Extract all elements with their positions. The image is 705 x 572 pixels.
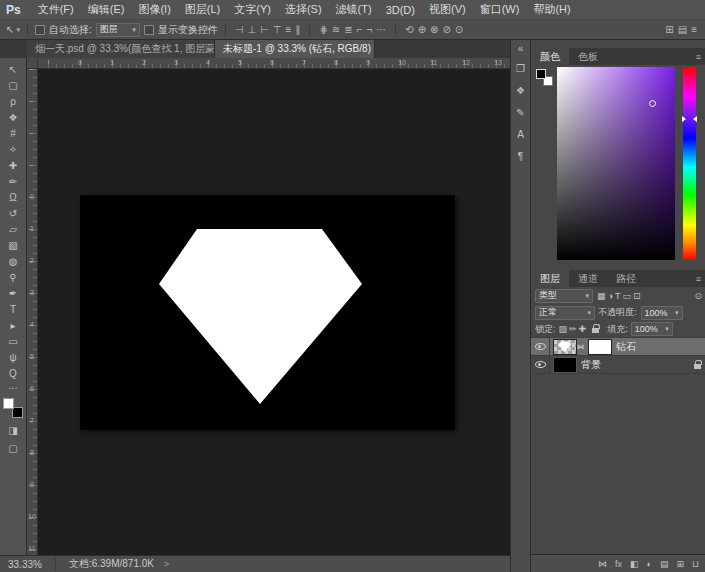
distribute-icon[interactable]: ⋯ bbox=[374, 24, 388, 35]
tool-button[interactable]: ✒ bbox=[0, 285, 26, 301]
dock-panel-icon[interactable]: A bbox=[517, 129, 524, 140]
tool-button[interactable]: ▭ bbox=[0, 333, 26, 349]
visibility-toggle[interactable] bbox=[531, 338, 550, 355]
tool-button[interactable]: ▱ bbox=[0, 221, 26, 237]
distribute-icon[interactable]: ¬ bbox=[364, 24, 374, 35]
fill-dropdown[interactable]: 100% ▾ bbox=[631, 322, 673, 336]
tab-color[interactable]: 颜色 bbox=[531, 48, 569, 65]
menu-item[interactable]: 3D(D) bbox=[379, 4, 422, 16]
tool-button[interactable]: # bbox=[0, 125, 26, 141]
workspace-icon[interactable]: ▤ bbox=[676, 24, 689, 35]
canvas-viewport[interactable] bbox=[38, 69, 510, 555]
threed-mode-icon[interactable]: ⟲ bbox=[403, 24, 415, 35]
filter-icon[interactable]: T bbox=[614, 291, 622, 301]
tool-button[interactable]: ψ bbox=[0, 349, 26, 365]
tool-button[interactable]: ✚ bbox=[0, 157, 26, 173]
workspace-icon[interactable]: ≡ bbox=[689, 24, 699, 35]
document-canvas[interactable] bbox=[80, 195, 455, 430]
lock-option-icon[interactable]: ✚ bbox=[578, 324, 588, 334]
align-icon[interactable]: ⊢ bbox=[258, 24, 271, 35]
menu-item[interactable]: 视图(V) bbox=[422, 2, 473, 17]
distribute-icon[interactable]: ⌐ bbox=[355, 24, 365, 35]
menu-item[interactable]: 图像(I) bbox=[131, 2, 177, 17]
foreground-color-swatch[interactable] bbox=[3, 398, 14, 409]
layer-thumbnail[interactable] bbox=[554, 340, 576, 354]
filter-icon[interactable]: ◑ bbox=[607, 291, 614, 301]
quick-mask-icon[interactable]: ◨ bbox=[8, 425, 17, 436]
tab-swatches[interactable]: 色板 bbox=[569, 48, 607, 65]
workspace-icon[interactable]: ⊞ bbox=[663, 24, 675, 35]
layers-footer-icon[interactable]: ◧ bbox=[630, 559, 639, 569]
layer-mask-thumbnail[interactable] bbox=[589, 340, 611, 354]
align-icon[interactable]: ≡ bbox=[284, 24, 294, 35]
tool-button[interactable]: ρ bbox=[0, 93, 26, 109]
filter-toggle-icon[interactable]: ⊙ bbox=[694, 291, 702, 301]
tool-button[interactable]: ◍ bbox=[0, 253, 26, 269]
layer-row-diamond[interactable]: ⋈ 钻石 bbox=[531, 338, 705, 356]
lock-option-icon[interactable]: ▨ bbox=[558, 324, 569, 334]
distribute-icon[interactable]: ⋕ bbox=[317, 24, 329, 35]
tool-button[interactable]: ↺ bbox=[0, 205, 26, 221]
tab-channels[interactable]: 通道 bbox=[569, 270, 607, 287]
tool-button[interactable]: Ω bbox=[0, 189, 26, 205]
dock-panel-icon[interactable]: ❖ bbox=[516, 85, 525, 96]
filter-type-dropdown[interactable]: 类型 ▾ bbox=[535, 289, 593, 303]
threed-mode-icon[interactable]: ⊕ bbox=[416, 24, 428, 35]
foreground-background-swatches[interactable] bbox=[3, 398, 23, 418]
document-tab-inactive[interactable]: 烟一天.psd @ 33.3%(颜色查找 1, 图层蒙版/8) * bbox=[27, 40, 215, 58]
tool-button[interactable]: ↖ bbox=[0, 61, 26, 77]
menu-item[interactable]: 帮助(H) bbox=[526, 2, 577, 17]
filter-icon[interactable]: ▭ bbox=[621, 291, 632, 301]
blend-mode-dropdown[interactable]: 正常 ▾ bbox=[535, 306, 595, 320]
dock-panel-icon[interactable]: ¶ bbox=[518, 151, 523, 162]
show-transform-checkbox[interactable] bbox=[144, 25, 154, 35]
align-icon[interactable]: ⊣ bbox=[233, 24, 246, 35]
zoom-level-field[interactable]: 33.33% bbox=[8, 559, 42, 570]
threed-mode-icon[interactable]: ⊗ bbox=[428, 24, 440, 35]
tool-button[interactable]: ⚲ bbox=[0, 269, 26, 285]
menu-item[interactable]: 图层(L) bbox=[178, 2, 227, 17]
layer-name[interactable]: 钻石 bbox=[616, 340, 636, 354]
threed-mode-icon[interactable]: ⊙ bbox=[453, 24, 465, 35]
menu-item[interactable]: 文字(Y) bbox=[227, 2, 278, 17]
align-icon[interactable]: ∥ bbox=[293, 24, 302, 35]
auto-select-checkbox[interactable] bbox=[35, 25, 45, 35]
current-tool-chip[interactable]: ↖ ▾ bbox=[6, 24, 20, 35]
mask-link-icon[interactable]: ⋈ bbox=[577, 343, 584, 351]
layers-footer-icon[interactable]: ⊞ bbox=[676, 559, 684, 569]
filter-icon[interactable]: ▦ bbox=[596, 291, 607, 301]
tab-layers[interactable]: 图层 bbox=[531, 270, 569, 287]
layer-row-background[interactable]: 背景 bbox=[531, 356, 705, 374]
menu-item[interactable]: 文件(F) bbox=[31, 2, 81, 17]
edit-toolbar-icon[interactable]: ⋯ bbox=[9, 383, 18, 393]
align-icon[interactable]: ⊥ bbox=[245, 24, 258, 35]
menu-item[interactable]: 选择(S) bbox=[278, 2, 329, 17]
layers-footer-icon[interactable]: ⋈ bbox=[598, 559, 607, 569]
tool-button[interactable]: ▢ bbox=[0, 77, 26, 93]
tool-button[interactable]: ▸ bbox=[0, 317, 26, 333]
menu-item[interactable]: 滤镜(T) bbox=[329, 2, 379, 17]
menu-item[interactable]: 窗口(W) bbox=[473, 2, 527, 17]
lock-all-icon[interactable] bbox=[589, 325, 601, 333]
dock-panel-icon[interactable]: ✎ bbox=[516, 107, 524, 118]
threed-mode-icon[interactable]: ⊘ bbox=[440, 24, 452, 35]
distribute-icon[interactable]: ≋ bbox=[330, 24, 342, 35]
panel-menu-icon[interactable]: ≡ bbox=[696, 274, 705, 284]
saturation-brightness-field[interactable] bbox=[557, 67, 675, 260]
tool-button[interactable]: ✏ bbox=[0, 173, 26, 189]
align-icon[interactable]: ⊤ bbox=[271, 24, 284, 35]
layers-footer-icon[interactable]: ⊔ bbox=[692, 559, 699, 569]
distribute-icon[interactable]: ≣ bbox=[342, 24, 354, 35]
hue-slider[interactable] bbox=[683, 67, 696, 260]
tool-button[interactable]: Q bbox=[0, 365, 26, 381]
layer-name[interactable]: 背景 bbox=[581, 358, 601, 372]
tab-paths[interactable]: 路径 bbox=[607, 270, 645, 287]
status-popup-chevron-icon[interactable]: > bbox=[164, 559, 169, 569]
layers-footer-icon[interactable]: ▤ bbox=[660, 559, 669, 569]
tool-button[interactable]: ❖ bbox=[0, 109, 26, 125]
layers-footer-icon[interactable]: fx bbox=[615, 559, 622, 569]
menu-item[interactable]: 编辑(E) bbox=[81, 2, 132, 17]
panel-menu-icon[interactable]: ≡ bbox=[696, 52, 705, 62]
expand-panels-icon[interactable]: « bbox=[518, 43, 524, 54]
foreground-color-swatch[interactable] bbox=[536, 69, 546, 79]
